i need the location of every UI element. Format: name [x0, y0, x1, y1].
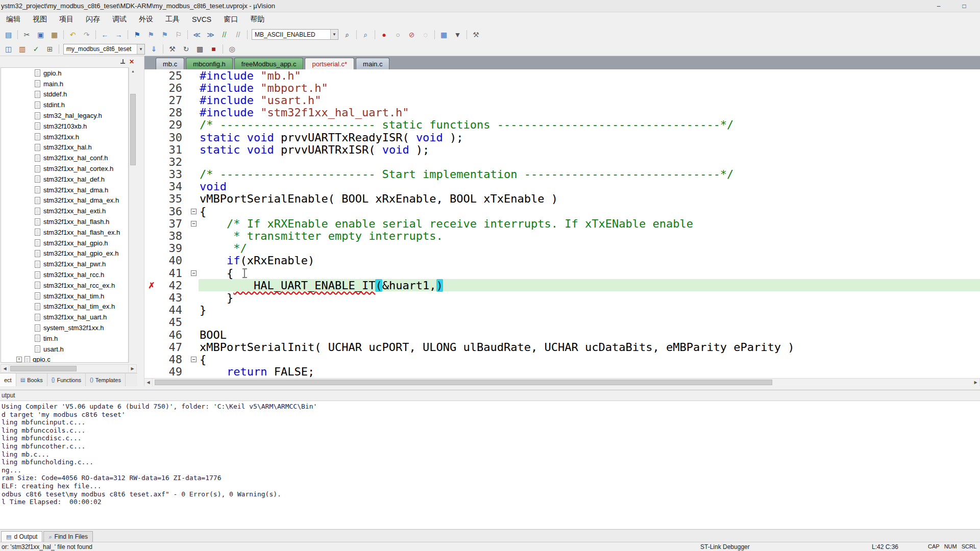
fold-collapse-icon[interactable] — [188, 270, 199, 276]
target-combo[interactable]: my_modbus_c8t6_teset▼ — [63, 44, 145, 55]
code-editor[interactable]: 25#include "mb.h"26#include "mbport.h"27… — [144, 69, 980, 378]
editor-horizontal-scrollbar[interactable]: ◀ ▶ — [144, 378, 980, 386]
tree-item[interactable]: stm32f1xx_hal_gpio.h — [1, 238, 128, 248]
redo-icon[interactable]: ↷ — [80, 29, 93, 40]
chevron-down-icon[interactable]: ▼ — [137, 44, 144, 54]
tree-item[interactable]: stm32f1xx_hal.h — [1, 142, 128, 153]
indent-less-icon[interactable]: ≪ — [190, 29, 203, 40]
project-tab-3[interactable]: ()Templates — [86, 373, 126, 386]
code-text[interactable]: if(xRxEnable) — [199, 255, 980, 267]
fold-collapse-icon[interactable] — [188, 357, 199, 362]
bookmark-icon[interactable]: ⚑ — [131, 29, 143, 40]
check-icon[interactable]: ✓ — [30, 43, 42, 55]
tree-item[interactable]: stm32f1xx_hal_dma.h — [1, 185, 128, 195]
code-text[interactable]: { — [199, 267, 980, 279]
tree-item[interactable]: stm32f1xx_hal_rcc.h — [1, 269, 128, 280]
close-icon[interactable]: ✕ — [129, 58, 134, 65]
build-icon[interactable]: ⚒ — [166, 43, 179, 55]
menu-item-5[interactable]: 外设 — [133, 12, 159, 27]
tree-item[interactable]: stm32f1xx_hal_flash.h — [1, 216, 128, 227]
pin-icon[interactable] — [120, 59, 126, 65]
breakpoint-disable-icon[interactable]: ○ — [391, 29, 404, 40]
editor-tab-2[interactable]: freeModbus_app.c — [234, 58, 304, 69]
code-text[interactable]: { — [199, 205, 980, 217]
project-tab-1[interactable]: ▤Books — [16, 373, 47, 386]
project-tab-0[interactable]: ect — [0, 373, 16, 386]
project-tree[interactable]: gpio.hmain.hstddef.hstdint.hstm32_hal_le… — [1, 67, 129, 363]
code-text[interactable]: xMBPortSerialInit( UCHAR ucPORT, ULONG u… — [199, 341, 980, 353]
code-text[interactable]: static void prvvUARTTxReadyISR( void ); — [199, 131, 980, 143]
tree-item[interactable]: stdint.h — [1, 99, 128, 110]
copy-icon[interactable]: ▣ — [34, 29, 47, 40]
flash-download-icon[interactable]: ⇓ — [148, 43, 160, 55]
scrollbar-thumb[interactable] — [155, 380, 772, 385]
code-text[interactable]: } — [199, 304, 980, 316]
code-text[interactable]: * transmitter empty interrupts. — [199, 230, 980, 242]
tree-item[interactable]: stm32f1xx_hal_dma_ex.h — [1, 195, 128, 206]
minimize-button[interactable]: – — [930, 0, 947, 12]
breakpoint-enable-all-icon[interactable]: ◌ — [419, 29, 432, 40]
tree-item[interactable]: usart.h — [1, 344, 128, 355]
tree-item[interactable]: stm32f1xx_hal_flash_ex.h — [1, 227, 128, 238]
tree-item[interactable]: stm32f1xx_hal_tim.h — [1, 291, 128, 302]
bottom-tab-0[interactable]: ▤d Output — [1, 531, 42, 542]
scroll-up-icon[interactable]: ▲ — [129, 67, 137, 75]
scroll-right-icon[interactable]: ▶ — [972, 379, 980, 386]
menu-item-8[interactable]: 窗口 — [217, 12, 244, 27]
paste-icon[interactable]: ▦ — [48, 29, 61, 40]
code-text[interactable]: #include "stm32f1xx_hal_uart.h" — [199, 107, 980, 119]
tree-item[interactable]: tim.h — [1, 333, 128, 344]
fold-collapse-icon[interactable] — [188, 221, 199, 227]
window-layout-icon[interactable]: ◫ — [2, 43, 15, 55]
editor-tab-0[interactable]: mb.c — [156, 58, 184, 69]
books-icon[interactable]: ▥ — [16, 43, 29, 55]
bookmark-next-icon[interactable]: ⚑ — [158, 29, 171, 40]
tree-item[interactable]: stm32f1xx.h — [1, 132, 128, 142]
editor-tab-3[interactable]: portserial.c* — [305, 58, 354, 69]
menu-item-7[interactable]: SVCS — [186, 12, 217, 27]
menu-item-0[interactable]: 编辑 — [0, 12, 27, 27]
code-text[interactable]: #include "mb.h" — [199, 69, 980, 82]
breakpoint-kill-icon[interactable]: ⊘ — [405, 29, 418, 40]
fold-collapse-icon[interactable] — [188, 209, 199, 214]
tree-item[interactable]: stm32_hal_legacy.h — [1, 110, 128, 121]
indent-more-icon[interactable]: ≫ — [204, 29, 217, 40]
code-text[interactable]: #include "usart.h" — [199, 94, 980, 106]
scrollbar-thumb[interactable] — [130, 94, 136, 165]
nav-back-icon[interactable]: ← — [99, 29, 111, 40]
undo-icon[interactable]: ↶ — [66, 29, 79, 40]
menu-item-9[interactable]: 帮助 — [244, 12, 271, 27]
bookmark-clear-icon[interactable]: ⚐ — [172, 29, 185, 40]
code-text[interactable]: #include "mbport.h" — [199, 82, 980, 94]
rebuild-icon[interactable]: ↻ — [180, 43, 192, 55]
build-output[interactable]: Using Compiler 'V5.06 update 6 (build 75… — [0, 400, 980, 529]
configure-icon[interactable]: ⚒ — [470, 29, 482, 40]
tree-item[interactable]: stddef.h — [1, 89, 128, 100]
batch-build-icon[interactable]: ▩ — [193, 43, 206, 55]
maximize-button[interactable]: □ — [955, 0, 973, 12]
breakpoint-icon[interactable]: ● — [378, 29, 390, 40]
find-in-files-icon[interactable]: ⌕ — [359, 29, 372, 40]
project-tree-horizontal-scrollbar[interactable]: ◀ ▶ — [1, 364, 137, 373]
nav-forward-icon[interactable]: → — [112, 29, 125, 40]
dropdown-caret-icon[interactable]: ▼ — [451, 29, 464, 40]
bottom-tab-1[interactable]: ⌕Find In Files — [43, 531, 93, 542]
code-text[interactable] — [199, 156, 980, 168]
code-text[interactable]: */ — [199, 242, 980, 255]
code-text[interactable]: /* ----------------------- Start impleme… — [199, 168, 980, 181]
tree-item[interactable]: stm32f1xx_hal_pwr.h — [1, 259, 128, 269]
code-text[interactable]: /* ----------------------- static functi… — [199, 119, 980, 131]
vertical-splitter[interactable] — [137, 56, 144, 386]
menu-item-4[interactable]: 调试 — [106, 12, 133, 27]
project-tree-vertical-scrollbar[interactable]: ▲ — [129, 67, 137, 363]
bookmark-prev-icon[interactable]: ⚑ — [144, 29, 157, 40]
tree-item[interactable]: stm32f1xx_hal_exti.h — [1, 206, 128, 216]
tree-item[interactable]: main.h — [1, 79, 128, 89]
tree-item[interactable]: stm32f1xx_hal_tim_ex.h — [1, 302, 128, 312]
code-text[interactable]: } — [199, 291, 980, 304]
debug-windows-icon[interactable]: ▦ — [437, 29, 450, 40]
uncomment-icon[interactable]: // — [232, 29, 244, 40]
scroll-right-icon[interactable]: ▶ — [128, 365, 136, 372]
scrollbar-thumb[interactable] — [10, 366, 77, 371]
menu-item-3[interactable]: 闪存 — [80, 12, 106, 27]
